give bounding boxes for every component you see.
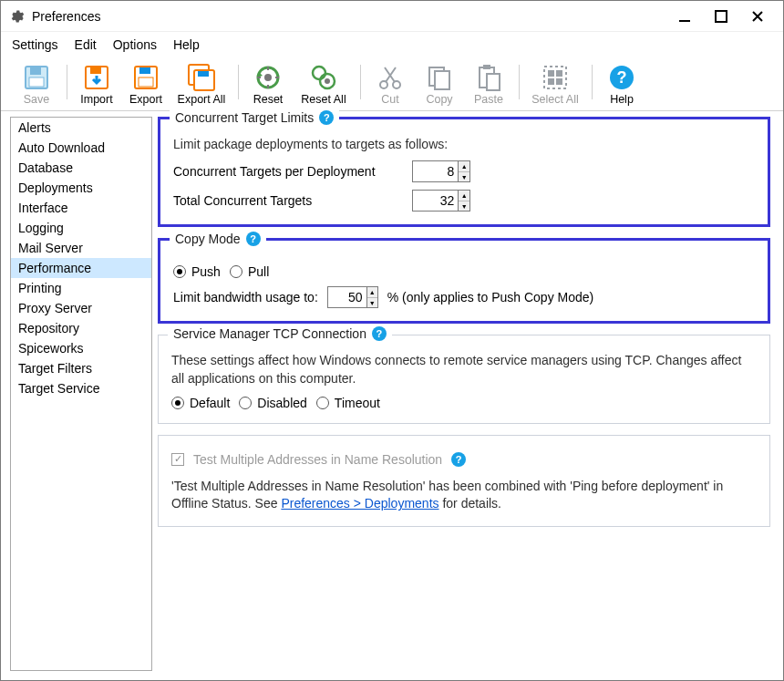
svg-rect-9	[139, 67, 150, 74]
svg-text:?: ?	[617, 68, 627, 87]
reset-button[interactable]: Reset	[243, 59, 293, 107]
svc-timeout-radio[interactable]: Timeout	[316, 396, 380, 410]
sidebar-item-printing[interactable]: Printing	[11, 278, 151, 298]
cut-button[interactable]: Cut	[366, 59, 415, 107]
gear-icon	[8, 8, 25, 25]
svg-point-15	[313, 67, 325, 79]
svg-rect-29	[556, 78, 562, 85]
spinner-icon[interactable]: ▲▼	[458, 161, 469, 181]
reset-all-icon	[309, 63, 338, 92]
copy-mode-push-radio[interactable]: Push	[173, 264, 221, 279]
svc-disabled-radio[interactable]: Disabled	[239, 396, 306, 410]
concurrent-target-limits-group: Concurrent Target Limits ? Limit package…	[158, 117, 770, 228]
svg-rect-28	[548, 78, 554, 85]
svg-rect-26	[548, 70, 554, 77]
maximize-button[interactable]	[703, 4, 739, 29]
per-deployment-label: Concurrent Targets per Deployment	[173, 164, 403, 179]
minimize-button[interactable]	[666, 4, 703, 29]
svg-rect-21	[435, 71, 449, 89]
floppy-icon	[22, 63, 51, 92]
svg-rect-3	[30, 67, 41, 75]
sidebar-item-logging[interactable]: Logging	[11, 218, 151, 238]
import-button[interactable]: Import	[72, 59, 121, 107]
copy-mode-pull-radio[interactable]: Pull	[230, 264, 269, 279]
bandwidth-limit-label: Limit bandwidth usage to:	[173, 290, 318, 304]
titlebar: Preferences	[1, 1, 783, 32]
name-resolution-group: ✓ Test Multiple Addresses in Name Resolu…	[158, 435, 770, 527]
bandwidth-limit-suffix: % (only applies to Push Copy Mode)	[387, 290, 593, 304]
sidebar-item-interface[interactable]: Interface	[11, 198, 151, 218]
sidebar-item-spiceworks[interactable]: Spiceworks	[11, 338, 151, 358]
sidebar-item-target-service[interactable]: Target Service	[11, 378, 151, 398]
group-legend: Service Manager TCP Connection ?	[168, 326, 392, 341]
svg-rect-24	[487, 74, 500, 90]
svg-rect-8	[139, 77, 153, 87]
service-manager-group: Service Manager TCP Connection ? These s…	[158, 335, 770, 423]
reset-all-button[interactable]: Reset All	[293, 59, 355, 107]
menubar: Settings Edit Options Help	[1, 32, 783, 59]
export-all-icon	[187, 63, 216, 92]
menu-options[interactable]: Options	[113, 37, 157, 52]
close-button[interactable]	[739, 4, 776, 29]
svg-rect-4	[29, 77, 44, 87]
svc-default-radio[interactable]: Default	[171, 396, 230, 410]
svg-point-14	[264, 74, 272, 81]
save-button[interactable]: Save	[12, 59, 61, 107]
svg-rect-1	[716, 11, 727, 22]
menu-settings[interactable]: Settings	[12, 37, 58, 52]
copy-button[interactable]: Copy	[415, 59, 464, 107]
paste-button[interactable]: Paste	[464, 59, 513, 107]
help-icon: ?	[607, 63, 636, 92]
help-badge-icon[interactable]: ?	[372, 326, 387, 341]
preferences-deployments-link[interactable]: Preferences > Deployments	[281, 496, 438, 511]
name-resolution-checkbox: ✓	[171, 453, 184, 466]
sidebar-item-repository[interactable]: Repository	[11, 318, 151, 338]
bandwidth-limit-input[interactable]: ▲▼	[327, 286, 378, 308]
per-deployment-input[interactable]: ▲▼	[412, 160, 470, 182]
svg-rect-23	[483, 65, 490, 69]
help-button[interactable]: ? Help	[597, 59, 646, 107]
svg-rect-25	[544, 67, 566, 88]
sidebar-item-database[interactable]: Database	[11, 158, 151, 178]
export-all-button[interactable]: Export All	[170, 59, 232, 107]
sidebar-item-target-filters[interactable]: Target Filters	[11, 358, 151, 378]
service-manager-desc: These settings affect how Windows connec…	[171, 352, 757, 387]
sidebar-item-auto-download[interactable]: Auto Download	[11, 138, 151, 158]
menu-help[interactable]: Help	[173, 37, 200, 52]
content-pane: Concurrent Target Limits ? Limit package…	[158, 117, 778, 671]
svg-rect-27	[556, 70, 562, 77]
concurrent-desc: Limit package deployments to targets as …	[173, 136, 755, 154]
paste-icon	[474, 63, 503, 92]
window-title: Preferences	[32, 9, 100, 24]
svg-rect-6	[90, 67, 101, 74]
help-badge-icon[interactable]: ?	[451, 452, 466, 467]
export-button[interactable]: Export	[121, 59, 170, 107]
help-badge-icon[interactable]: ?	[319, 110, 334, 125]
menu-edit[interactable]: Edit	[75, 37, 97, 52]
copy-icon	[425, 63, 454, 92]
select-all-icon	[541, 63, 570, 92]
sidebar-item-deployments[interactable]: Deployments	[11, 178, 151, 198]
total-concurrent-input[interactable]: ▲▼	[412, 190, 470, 212]
spinner-icon[interactable]: ▲▼	[366, 287, 377, 307]
sidebar-item-alerts[interactable]: Alerts	[11, 118, 151, 138]
sidebar-item-proxy-server[interactable]: Proxy Server	[11, 298, 151, 318]
svg-rect-0	[679, 20, 690, 22]
scissors-icon	[376, 63, 405, 92]
select-all-button[interactable]: Select All	[524, 59, 586, 107]
name-resolution-label: Test Multiple Addresses in Name Resoluti…	[193, 452, 442, 467]
toolbar: Save Import Export Export All	[1, 59, 783, 111]
svg-rect-12	[198, 71, 209, 77]
svg-point-17	[325, 78, 330, 84]
sidebar-item-mail-server[interactable]: Mail Server	[11, 238, 151, 258]
import-icon	[82, 63, 111, 92]
preferences-window: Preferences Settings Edit Options Help S…	[0, 0, 784, 681]
group-legend: Copy Mode ?	[170, 232, 266, 246]
help-badge-icon[interactable]: ?	[246, 232, 261, 246]
preferences-sidebar[interactable]: AlertsAuto DownloadDatabaseDeploymentsIn…	[10, 117, 152, 671]
group-legend: Concurrent Target Limits ?	[170, 110, 339, 125]
copy-mode-group: Copy Mode ? Push Pull Limit bandwidth us…	[158, 238, 770, 324]
total-concurrent-label: Total Concurrent Targets	[173, 193, 403, 208]
spinner-icon[interactable]: ▲▼	[458, 191, 469, 211]
sidebar-item-performance[interactable]: Performance	[11, 258, 151, 278]
